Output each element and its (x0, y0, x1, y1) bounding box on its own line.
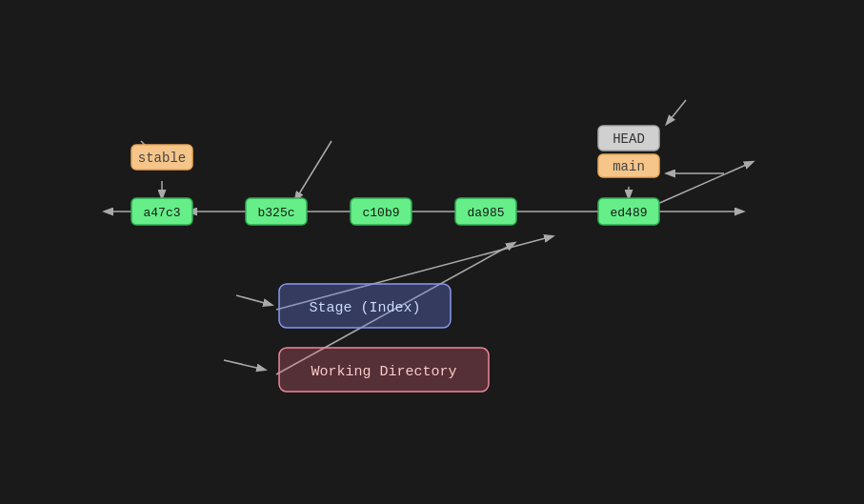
commit-a47c3-label: a47c3 (143, 206, 180, 220)
workdir-label: Working Directory (311, 364, 456, 380)
commit-ed489-label: ed489 (610, 206, 647, 220)
commit-c10b9-label: c10b9 (362, 206, 399, 220)
stable-label: stable (138, 151, 186, 166)
commit-b325c-label: b325c (257, 206, 294, 220)
main-label: main (613, 159, 645, 174)
background (0, 0, 864, 504)
git-diagram: HEAD main stable a47c3 b325c c10b9 da985… (0, 0, 864, 504)
commit-da985-label: da985 (467, 206, 504, 220)
head-label: HEAD (613, 131, 645, 147)
stage-label: Stage (Index) (309, 300, 420, 316)
